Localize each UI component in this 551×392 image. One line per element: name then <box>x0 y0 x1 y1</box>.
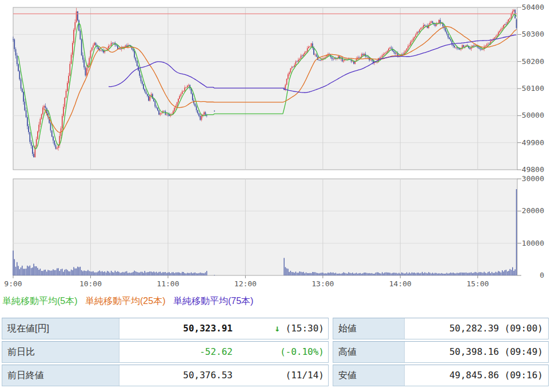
row-label: 現在値[円] <box>2 318 119 339</box>
high-value: 50,398.16 <box>449 346 499 357</box>
legend-ma25: 単純移動平均(25本) <box>85 296 165 306</box>
svg-text:50400: 50400 <box>522 3 544 11</box>
svg-text:10000: 10000 <box>522 239 544 247</box>
chart-panes <box>13 7 517 275</box>
prev-close-date: (11/14) <box>233 365 328 386</box>
svg-text:49900: 49900 <box>522 138 544 147</box>
prev-close-row: 前日終値 50,376.53 (11/14) <box>2 365 329 386</box>
row-label: 高値 <box>333 342 405 362</box>
legend-ma5: 単純移動平均(5本) <box>2 296 78 306</box>
current-price-value: 50,323.91 <box>119 318 233 339</box>
prev-close-value: 50,376.53 <box>119 365 233 386</box>
row-label: 前日終値 <box>2 365 119 386</box>
svg-text:9:00: 9:00 <box>4 279 22 288</box>
svg-text:15:00: 15:00 <box>466 279 489 288</box>
svg-text:50200: 50200 <box>522 57 544 66</box>
change-row: 前日比 -52.62 (-0.10%) <box>2 341 329 363</box>
svg-text:50300: 50300 <box>522 30 544 38</box>
row-label: 始値 <box>333 318 405 339</box>
open-row: 始値 50,282.39 (09:00) <box>333 318 549 339</box>
down-arrow-icon: ↓ <box>274 323 280 334</box>
svg-text:12:00: 12:00 <box>234 279 257 288</box>
current-price-time: (15:30) <box>286 323 324 334</box>
low-value: 49,845.86 <box>449 370 499 381</box>
svg-text:10:00: 10:00 <box>79 279 102 288</box>
svg-text:11:00: 11:00 <box>157 279 179 288</box>
svg-text:0: 0 <box>540 271 544 279</box>
svg-text:14:00: 14:00 <box>389 279 412 288</box>
svg-text:50100: 50100 <box>522 84 544 93</box>
legend-ma75: 単純移動平均(75本) <box>173 296 253 306</box>
low-time: (09:16) <box>505 370 543 381</box>
intraday-chart-page: 5040050300502005010050000499004980030000… <box>0 0 551 392</box>
quote-tables: 現在値[円] 50,323.91 ↓ (15:30) 前日比 -52.62 (-… <box>2 318 549 388</box>
svg-text:30000: 30000 <box>522 174 544 183</box>
current-price-row: 現在値[円] 50,323.91 ↓ (15:30) <box>2 318 329 339</box>
svg-text:13:00: 13:00 <box>312 279 334 288</box>
open-time: (09:00) <box>505 323 543 334</box>
row-label: 安値 <box>333 365 405 386</box>
low-row: 安値 49,845.86 (09:16) <box>333 365 549 386</box>
high-row: 高値 50,398.16 (09:49) <box>333 341 549 363</box>
high-time: (09:49) <box>505 346 543 357</box>
intraday-chart-svg: 5040050300502005010050000499004980030000… <box>0 0 551 293</box>
open-value: 50,282.39 <box>449 323 499 334</box>
change-value: -52.62 <box>119 342 233 362</box>
ma-legend: 単純移動平均(5本) 単純移動平均(25本) 単純移動平均(75本) <box>2 295 258 307</box>
quote-table-ohl: 始値 50,282.39 (09:00) 高値 50,398.16 (09:49… <box>333 318 549 388</box>
svg-text:20000: 20000 <box>522 206 544 215</box>
row-label: 前日比 <box>2 342 119 362</box>
svg-text:50000: 50000 <box>522 111 544 119</box>
change-percent: (-0.10%) <box>233 342 328 362</box>
quote-table-main: 現在値[円] 50,323.91 ↓ (15:30) 前日比 -52.62 (-… <box>2 318 329 388</box>
svg-text:49800: 49800 <box>522 165 544 174</box>
